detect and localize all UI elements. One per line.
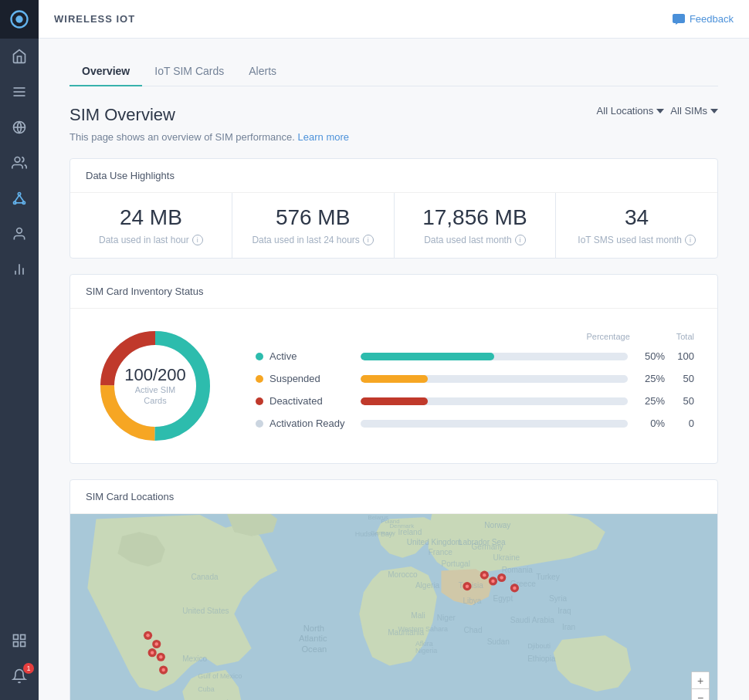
locations-dropdown[interactable]: All Locations (597, 105, 665, 117)
svg-rect-21 (21, 642, 25, 647)
legend-item-deactivated: Deactivated 25% 50 (256, 395, 694, 407)
svg-text:Iran: Iran (562, 623, 575, 631)
svg-point-76 (154, 642, 158, 645)
data-highlights-body: 24 MB Data used in last hour i 576 MB Da… (70, 193, 717, 258)
map-area[interactable]: North Atlantic Ocean Labrador Sea Norway… (70, 514, 717, 700)
svg-text:Romania: Romania (502, 566, 534, 574)
legend-name-suspended: Suspended (269, 373, 354, 384)
svg-text:Chad: Chad (464, 626, 483, 634)
svg-text:Western Sahara: Western Sahara (398, 625, 448, 633)
highlight-value-0: 24 MB (83, 205, 219, 230)
svg-text:Cuba: Cuba (198, 685, 214, 693)
svg-text:Egypt: Egypt (493, 594, 513, 603)
svg-text:Germany: Germany (371, 529, 395, 536)
highlight-label-2: Data used last month i (407, 235, 544, 245)
bar-fill-suspended (361, 375, 428, 383)
tab-iot-sim[interactable]: IoT SIM Cards (142, 57, 236, 86)
legend-total-active: 100 (671, 350, 694, 362)
svg-rect-20 (14, 642, 19, 647)
highlight-value-3: 34 (568, 205, 705, 230)
sidebar-item-alerts[interactable]: 1 (0, 658, 39, 694)
tab-alerts[interactable]: Alerts (236, 57, 289, 86)
sidebar-item-people[interactable] (0, 216, 39, 252)
legend-total-deactivated: 50 (671, 395, 694, 407)
highlight-label-1: Data used in last 24 hours i (245, 235, 381, 245)
sidebar-item-users[interactable] (0, 145, 39, 181)
svg-point-84 (483, 573, 486, 577)
svg-text:Syria: Syria (549, 594, 567, 603)
svg-point-74 (146, 634, 149, 637)
map-background: North Atlantic Ocean Labrador Sea Norway… (70, 514, 717, 700)
donut-center: 100/200 Active SIM Cards (124, 366, 186, 407)
highlight-last-hour: 24 MB Data used in last hour i (70, 193, 232, 258)
legend-item-suspended: Suspended 25% 50 (256, 373, 694, 384)
data-highlights-card: Data Use Highlights 24 MB Data used in l… (69, 158, 718, 259)
map-card: SIM Card Locations (69, 479, 718, 700)
donut-value: 100/200 (124, 366, 186, 384)
legend-pct-deactivated: 25% (634, 395, 665, 407)
svg-point-90 (466, 584, 469, 587)
legend-pct-suspended: 25% (634, 373, 665, 384)
topbar: WIRELESS IOT Feedback (39, 0, 749, 39)
svg-text:Norway: Norway (484, 521, 510, 529)
svg-text:Gulf of Mexico: Gulf of Mexico (198, 672, 242, 680)
learn-more-link[interactable]: Learn more (298, 131, 349, 143)
legend-dot-deactivated (256, 397, 263, 405)
feedback-label: Feedback (690, 13, 734, 25)
legend-item-activation-ready: Activation Ready 0% 0 (256, 418, 694, 429)
svg-text:Saudi Arabia: Saudi Arabia (510, 616, 554, 624)
map-zoom-controls: + − (691, 671, 710, 700)
sidebar-item-home[interactable] (0, 39, 39, 74)
tab-overview[interactable]: Overview (69, 57, 142, 86)
legend-total-header: Total (676, 332, 694, 341)
svg-line-11 (15, 195, 19, 201)
legend-dot-active (256, 353, 263, 360)
svg-text:Djibouti: Djibouti (527, 642, 551, 650)
highlight-label-3: IoT SMS used last month i (568, 235, 705, 245)
bar-suspended (361, 375, 628, 383)
svg-text:Libya: Libya (463, 597, 481, 605)
sidebar-item-chart[interactable] (0, 252, 39, 287)
svg-text:Germany: Germany (472, 543, 503, 551)
header-controls: All Locations All SIMs (597, 105, 718, 117)
info-icon-1: i (363, 235, 374, 245)
svg-point-80 (159, 655, 162, 658)
sidebar-item-network[interactable] (0, 181, 39, 216)
tabs: Overview IoT SIM Cards Alerts (69, 57, 718, 86)
sidebar-item-globe[interactable] (0, 110, 39, 145)
legend-header: Percentage Total (256, 332, 694, 341)
donut-label: Active SIM Cards (124, 384, 186, 407)
svg-text:Nigeria: Nigeria (415, 647, 437, 654)
bar-activation-ready (361, 420, 628, 428)
sidebar-item-menu[interactable] (0, 74, 39, 110)
main-content: WIRELESS IOT Feedback Overview IoT SIM C… (39, 0, 749, 700)
sidebar-bottom: 1 (0, 623, 39, 700)
sidebar-item-grid[interactable] (0, 623, 39, 658)
legend-total-activation-ready: 0 (671, 418, 694, 429)
svg-text:Niger: Niger (437, 614, 456, 622)
feedback-button[interactable]: Feedback (673, 13, 734, 25)
svg-point-92 (513, 587, 516, 590)
zoom-out-button[interactable]: − (692, 689, 709, 700)
bar-fill-deactivated (361, 397, 428, 405)
bar-deactivated (361, 397, 628, 405)
highlight-value-1: 576 MB (245, 205, 381, 230)
svg-point-7 (15, 157, 20, 163)
app-logo (0, 0, 39, 39)
svg-text:Turkey: Turkey (536, 573, 559, 581)
legend-dot-activation-ready (256, 420, 263, 428)
donut-chart: 100/200 Active SIM Cards (93, 324, 217, 448)
info-icon-3: i (685, 235, 696, 245)
bar-active (361, 353, 628, 360)
inventory-header: SIM Card Inventory Status (70, 275, 717, 309)
data-highlights-header: Data Use Highlights (70, 159, 717, 193)
svg-text:Algeria: Algeria (415, 581, 440, 590)
legend-item-active: Active 50% 100 (256, 350, 694, 362)
svg-rect-19 (21, 635, 25, 640)
zoom-in-button[interactable]: + (692, 672, 709, 689)
map-svg: North Atlantic Ocean Labrador Sea Norway… (70, 514, 717, 700)
svg-text:Iraq: Iraq (558, 607, 571, 615)
sims-dropdown[interactable]: All SIMs (670, 105, 718, 117)
svg-text:Canada: Canada (191, 573, 219, 581)
legend-pct-header: Percentage (586, 332, 629, 341)
